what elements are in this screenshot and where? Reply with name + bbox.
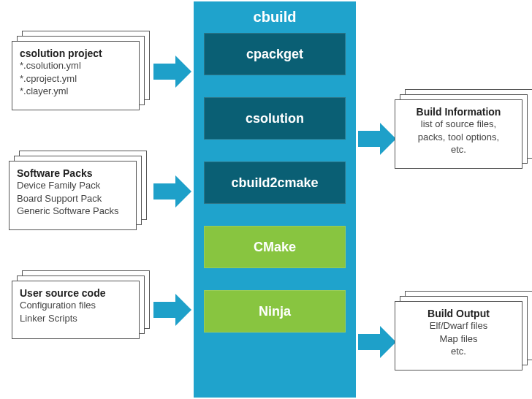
filebox-line: *.clayer.yml xyxy=(20,85,132,98)
filebox-title: Software Packs xyxy=(17,167,129,179)
filebox-user-source: User source code Configuration files Lin… xyxy=(12,270,151,329)
filebox-line: etc. xyxy=(403,143,514,156)
filebox-software-packs: Software Packs Device Family Pack Board … xyxy=(9,151,148,220)
filebox-line: Configuration files xyxy=(20,299,132,312)
module-cbuild2cmake: cbuild2cmake xyxy=(204,162,346,204)
filebox-line: etc. xyxy=(403,345,514,358)
module-cpackget: cpackget xyxy=(204,33,346,75)
filebox-title: csolution project xyxy=(20,48,132,59)
filebox-line: Device Family Pack xyxy=(17,179,129,192)
filebox-csolution-project: csolution project *.csolution.yml *.cpro… xyxy=(12,31,151,100)
filebox-line: Board Support Pack xyxy=(17,192,129,205)
filebox-title: Build Information xyxy=(403,106,514,118)
filebox-line: packs, tool options, xyxy=(403,131,514,144)
module-cmake: CMake xyxy=(204,226,346,268)
filebox-build-output: Build Output Elf/Dwarf files Map files e… xyxy=(395,291,532,360)
filebox-title: User source code xyxy=(20,287,132,299)
filebox-line: *.csolution.yml xyxy=(20,59,132,72)
arrow-icon xyxy=(153,56,191,88)
filebox-line: Elf/Dwarf files xyxy=(403,319,514,332)
pillar-title: cbuild xyxy=(204,9,346,26)
filebox-line: Map files xyxy=(403,332,514,346)
arrow-icon xyxy=(358,123,396,155)
arrow-icon xyxy=(153,294,191,326)
filebox-line: Generic Software Packs xyxy=(17,205,129,218)
module-ninja: Ninja xyxy=(204,290,346,332)
filebox-line: *.cproject.yml xyxy=(20,72,132,86)
filebox-title: Build Output xyxy=(403,308,514,319)
filebox-build-information: Build Information list of source files, … xyxy=(395,89,532,159)
filebox-line: list of source files, xyxy=(403,118,514,131)
pillar-cbuild: cbuild cpackget csolution cbuild2cmake C… xyxy=(194,1,356,398)
arrow-icon xyxy=(358,326,396,358)
filebox-line: Linker Scripts xyxy=(20,312,132,325)
cbuild-diagram: csolution project *.csolution.yml *.cpro… xyxy=(0,0,532,399)
arrow-icon xyxy=(153,175,191,208)
module-csolution: csolution xyxy=(204,97,346,140)
